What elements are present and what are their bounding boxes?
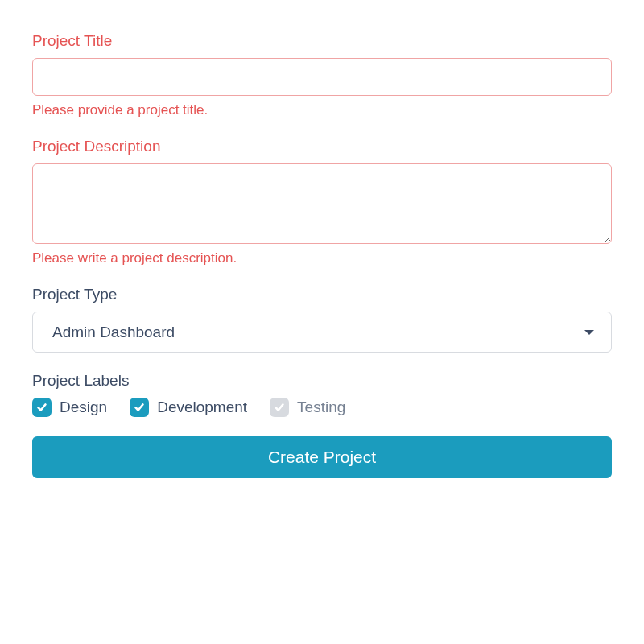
checkbox-disabled-icon (270, 398, 289, 417)
checkbox-checked-icon (130, 398, 149, 417)
label-checkbox-design[interactable]: Design (32, 398, 107, 417)
checkbox-checked-icon (32, 398, 52, 417)
project-type-select[interactable]: Admin Dashboard (32, 312, 612, 353)
project-type-group: Project Type Admin Dashboard (32, 286, 612, 353)
project-description-label: Project Description (32, 138, 612, 155)
create-project-button[interactable]: Create Project (32, 436, 612, 478)
project-labels-group: Project Labels Design Development Testin… (32, 372, 612, 417)
create-project-form: Project Title Please provide a project t… (0, 0, 644, 478)
project-title-label: Project Title (32, 32, 612, 50)
project-description-error: Please write a project description. (32, 250, 612, 266)
project-type-label: Project Type (32, 286, 612, 303)
project-labels-checks: Design Development Testing (32, 398, 612, 417)
project-labels-label: Project Labels (32, 372, 612, 390)
label-text: Development (157, 398, 247, 416)
project-description-group: Project Description Please write a proje… (32, 138, 612, 266)
label-checkbox-development[interactable]: Development (130, 398, 247, 417)
label-checkbox-testing: Testing (270, 398, 345, 417)
label-text: Testing (297, 398, 345, 416)
project-title-input[interactable] (32, 58, 612, 96)
project-title-group: Project Title Please provide a project t… (32, 32, 612, 118)
project-type-select-wrap: Admin Dashboard (32, 312, 612, 353)
project-description-input[interactable] (32, 163, 612, 244)
project-title-error: Please provide a project title. (32, 102, 612, 118)
label-text: Design (60, 398, 107, 416)
